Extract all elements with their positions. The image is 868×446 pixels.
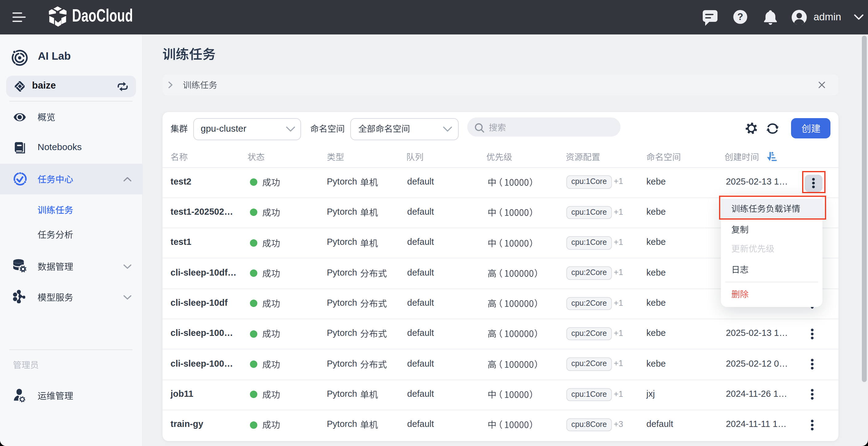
svg-text:?: ?	[737, 12, 743, 23]
